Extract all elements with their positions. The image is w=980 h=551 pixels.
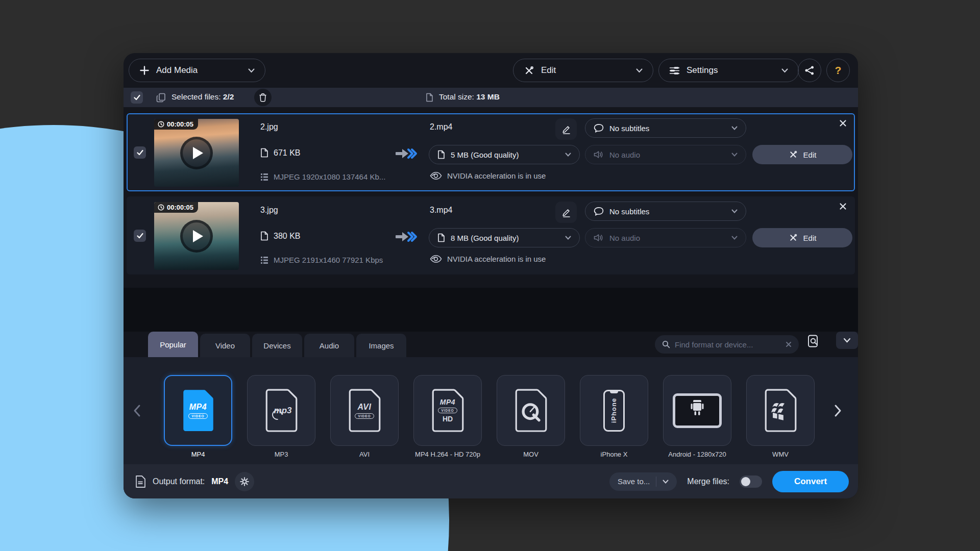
delete-selected-button[interactable]: [254, 89, 272, 106]
acceleration-text: NVIDIA acceleration is in use: [447, 255, 546, 263]
duration-badge: 00:00:05: [154, 119, 198, 130]
tools-icon: [789, 233, 798, 242]
output-format-value: MP4: [211, 477, 228, 486]
tab-popular[interactable]: Popular: [148, 332, 198, 357]
share-button[interactable]: [798, 59, 821, 82]
tab-audio[interactable]: Audio: [304, 334, 354, 357]
chevron-down-icon: [663, 480, 669, 484]
remove-file-button[interactable]: [839, 119, 847, 127]
iphone-icon: iPhone: [603, 390, 625, 432]
file-edit-button[interactable]: Edit: [752, 145, 852, 164]
document-search-icon: [806, 334, 820, 348]
file-icon: [437, 150, 445, 159]
format-card-wmv[interactable]: WMV: [746, 375, 815, 458]
output-size-dropdown[interactable]: 5 MB (Good quality): [429, 145, 580, 164]
settings-menu-label: Settings: [687, 65, 718, 76]
scroll-left-button[interactable]: [133, 404, 141, 417]
source-size-row: 671 KB: [260, 148, 300, 158]
file-2-thumbnail[interactable]: 00:00:05: [154, 202, 239, 270]
edit-menu-button[interactable]: Edit: [513, 59, 653, 82]
convert-arrow-icon: [394, 147, 418, 160]
remove-file-button[interactable]: [839, 203, 847, 210]
format-label: iPhone X: [601, 450, 628, 458]
output-format-group: Output format: MP4: [135, 472, 254, 491]
chevron-down-icon: [731, 236, 738, 240]
file-1-thumbnail[interactable]: 00:00:05: [154, 119, 239, 187]
format-label: Android - 1280x720: [668, 450, 726, 458]
scroll-right-button[interactable]: [834, 404, 842, 417]
format-card-mov[interactable]: MOV: [497, 375, 565, 458]
add-media-button[interactable]: Add Media: [129, 59, 265, 82]
chevron-down-icon: [843, 338, 851, 343]
selected-files-text: Selected files: 2/2: [172, 92, 234, 102]
check-icon: [137, 233, 143, 239]
file-edit-button[interactable]: Edit: [752, 228, 852, 247]
duration-badge: 00:00:05: [154, 202, 198, 213]
format-label: AVI: [359, 450, 370, 458]
source-size-row: 380 KB: [260, 231, 300, 241]
audio-dropdown[interactable]: No audio: [585, 228, 746, 247]
windows-file-icon: [764, 389, 797, 433]
phone-notch: [610, 391, 618, 393]
format-card: MP4 VIDEO: [164, 375, 232, 446]
speaker-icon: [594, 234, 604, 242]
tab-devices[interactable]: Devices: [252, 334, 302, 357]
file-2-checkbox[interactable]: [134, 230, 146, 242]
source-codec: MJPEG 2191x1460 77921 Kbps: [274, 256, 383, 264]
convert-button[interactable]: Convert: [772, 471, 849, 492]
preset-search-button[interactable]: [806, 334, 820, 348]
audio-value: No audio: [609, 151, 640, 159]
output-filename: 2.mp4: [430, 122, 452, 132]
subtitles-dropdown[interactable]: No subtitles: [585, 118, 746, 138]
rename-button[interactable]: [555, 118, 577, 140]
save-to-dropdown[interactable]: Save to...: [609, 472, 677, 491]
tab-images[interactable]: Images: [356, 334, 406, 357]
format-settings-button[interactable]: [235, 472, 254, 491]
source-filename: 2.jpg: [260, 122, 278, 132]
audio-dropdown[interactable]: No audio: [585, 145, 746, 164]
format-card-iphone-x[interactable]: iPhone iPhone X: [580, 375, 648, 458]
output-size-dropdown[interactable]: 8 MB (Good quality): [429, 228, 580, 247]
search-input[interactable]: [675, 340, 781, 349]
share-icon: [804, 65, 815, 76]
source-filename: 3.jpg: [260, 206, 278, 215]
tools-icon: [789, 150, 798, 159]
select-all-checkbox[interactable]: [131, 91, 143, 104]
format-label: WMV: [772, 450, 789, 458]
file-row-1[interactable]: 00:00:05 2.jpg 671 KB MJPEG 980x551 13…: [127, 113, 855, 191]
audio-value: No audio: [609, 234, 640, 242]
mp4-hd-file-icon: MP4 VIDEO HD: [431, 389, 464, 433]
file-row-2[interactable]: 00:00:05 3.jpg 380 KB MJPEG 2191x1460 77…: [127, 196, 855, 274]
total-size-value: 13 MB: [476, 92, 500, 101]
collapse-panel-button[interactable]: [836, 332, 858, 349]
help-button[interactable]: ?: [826, 59, 850, 82]
tab-video[interactable]: Video: [200, 334, 250, 357]
file-list-empty-area: [124, 288, 858, 332]
play-button[interactable]: [180, 220, 213, 253]
merge-files-label: Merge files:: [687, 477, 729, 486]
clear-search-button[interactable]: [786, 341, 792, 347]
tools-icon: [524, 65, 534, 76]
format-card-mp3[interactable]: mp3 MP3: [247, 375, 315, 458]
settings-menu-button[interactable]: Settings: [658, 59, 799, 82]
chevron-down-icon: [731, 153, 738, 157]
merge-files-toggle[interactable]: [740, 475, 762, 488]
play-button[interactable]: [180, 137, 213, 169]
rename-button[interactable]: [555, 202, 577, 223]
subtitles-dropdown[interactable]: No subtitles: [585, 202, 746, 221]
total-size-text: Total size: 13 MB: [439, 92, 500, 102]
source-size: 671 KB: [274, 148, 300, 158]
bottom-bar: Output format: MP4 Save to... Merge file…: [124, 464, 858, 498]
file-1-checkbox[interactable]: [134, 146, 146, 159]
format-card: [663, 375, 731, 446]
android-tablet-icon: [673, 393, 722, 428]
format-card-mp4[interactable]: MP4 VIDEO MP4: [164, 375, 232, 458]
convert-arrow-icon: [394, 230, 418, 243]
chevron-down-icon: [248, 68, 255, 73]
format-card-avi[interactable]: AVI VIDEO AVI: [330, 375, 399, 458]
subtitles-value: No subtitles: [609, 124, 649, 133]
file-icon: [437, 233, 445, 242]
format-card-mp4-hd[interactable]: MP4 VIDEO HD MP4 H.264 - HD 720p: [413, 375, 482, 458]
format-card-android[interactable]: Android - 1280x720: [663, 375, 731, 458]
format-label: MP4: [191, 450, 205, 458]
